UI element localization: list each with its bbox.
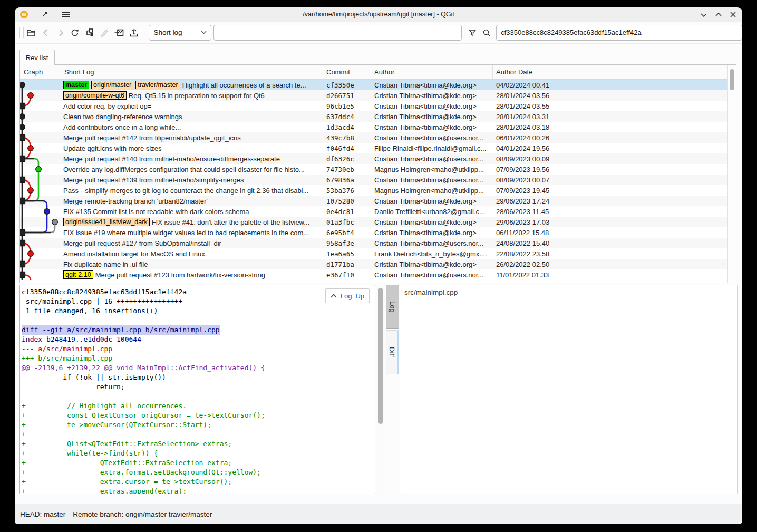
- commit-subject: Override any log.diffMerges configuratio…: [63, 166, 305, 173]
- table-row[interactable]: FIX #135 Commit list is not readable wit…: [20, 206, 727, 217]
- forward-button[interactable]: [53, 25, 68, 40]
- column-header-commit[interactable]: Commit: [323, 65, 371, 79]
- commit-hash-cell: 53ba376: [323, 187, 371, 195]
- table-row[interactable]: Merge pull request #139 from millnet-mah…: [20, 175, 727, 185]
- log-diff-pane: cf3350e88cc8c8249385efac63ddf15ac1eff42a…: [19, 285, 375, 494]
- diff-scrollbar[interactable]: [376, 285, 385, 494]
- table-row[interactable]: qgit-2.10Merge pull request #123 from ha…: [20, 269, 727, 280]
- table-row[interactable]: Add cctor req. by explicit op=96cb1e5Cri…: [20, 101, 727, 111]
- minimize-icon[interactable]: [701, 13, 707, 17]
- commit-hash-cell: 439c7b8: [323, 134, 371, 142]
- table-row[interactable]: Pass --simplify-merges to git log to cou…: [20, 185, 727, 196]
- author-cell: Danilo Treffiletti<urban82@gmail.c...: [371, 208, 493, 216]
- commit-hash-cell: 6e95bf4: [323, 229, 371, 237]
- diff-line: index b248419..e1dd0dc 100644: [22, 335, 374, 344]
- log-link[interactable]: Log: [341, 292, 352, 300]
- author-date-cell: 04/02/2024 00.41: [493, 81, 727, 89]
- short-log-cell: origin/compile-w-qt6Req. Qt5.15 in prepa…: [61, 91, 323, 100]
- table-row[interactable]: origin/issue41_listview_darkFIX issue #4…: [20, 217, 727, 227]
- diff-line: + QList<QTextEdit::ExtraSelection> extra…: [22, 439, 374, 449]
- author-cell: Cristian Tibirna<tibirna@kde.org>: [371, 113, 493, 121]
- rev-list-rows: masterorigin/mastertravier/masterHighlig…: [20, 80, 727, 280]
- commit-subject: Merge pull request #140 from millnet-mah…: [63, 155, 280, 163]
- file-list-item[interactable]: src/mainimpl.cpp: [400, 285, 737, 296]
- commit-hash-cell: df6326c: [323, 155, 371, 163]
- diff-line: +: [22, 430, 374, 439]
- author-cell: Cristian Tibirna<tibirna@kde.org>: [371, 229, 493, 237]
- diff-line: [22, 316, 374, 325]
- tab-diff-label: Diff: [388, 347, 396, 357]
- short-log-cell: Merge pull request #142 from filiperinal…: [61, 134, 323, 142]
- commit-subject: FIX issue #41: don't alter the palette o…: [152, 218, 309, 226]
- short-log-cell: origin/issue41_listview_darkFIX issue #4…: [61, 218, 323, 226]
- commit-subject: Req. Qt5.15 in preparation to support fo…: [129, 92, 265, 100]
- tab-rev-list[interactable]: Rev list: [19, 50, 55, 65]
- commit-hash-cell: 01a3fbc: [323, 218, 371, 226]
- window-title: /var/home/tim/projects/upstream/qgit [ma…: [15, 7, 742, 22]
- table-row[interactable]: origin/compile-w-qt6Req. Qt5.15 in prepa…: [20, 90, 727, 101]
- filter-icon[interactable]: [465, 25, 480, 40]
- table-row[interactable]: Merge pull request #142 from filiperinal…: [20, 132, 727, 143]
- toolbar-handle[interactable]: [19, 27, 24, 38]
- log-mode-combo[interactable]: Short log: [149, 25, 211, 41]
- tab-log[interactable]: Log: [386, 285, 399, 329]
- short-log-cell: Add contributors once in a long while...: [61, 123, 323, 131]
- diff-line: + const QTextCursor origCursor = te->tex…: [22, 411, 374, 420]
- search-input[interactable]: [213, 25, 462, 41]
- diff-scrollbar-thumb[interactable]: [378, 288, 383, 424]
- table-row[interactable]: Add contributors once in a long while...…: [20, 122, 727, 132]
- table-row[interactable]: Fix duplicate name in .ui filed1771baCri…: [20, 259, 727, 269]
- author-date-cell: 28/01/2024 03.56: [493, 92, 727, 100]
- diff-text[interactable]: cf3350e88cc8c8249385efac63ddf15ac1eff42a…: [22, 287, 374, 494]
- rev-list-scrollbar[interactable]: [728, 65, 736, 283]
- save-patch-button[interactable]: [127, 25, 141, 40]
- table-row[interactable]: Merge pull request #140 from millnet-mah…: [20, 153, 727, 164]
- diff-line: +++ b/src/mainimpl.cpp: [22, 354, 374, 363]
- table-row[interactable]: Override any log.diffMerges configuratio…: [20, 164, 727, 175]
- column-header-graph[interactable]: Graph: [20, 65, 61, 79]
- table-row[interactable]: Merge pull request #127 from SubOptimal/…: [20, 238, 727, 248]
- author-cell: Cristian Tibirna<tibirna@users.nor...: [371, 239, 493, 247]
- table-row[interactable]: Update qgit.icns with more sizesf046fd4F…: [20, 143, 727, 153]
- short-log-cell: Amend installation target for MacOS and …: [61, 250, 323, 258]
- rev-list-scrollbar-thumb[interactable]: [730, 69, 734, 90]
- back-button[interactable]: [38, 25, 53, 40]
- table-row[interactable]: Clean two dangling-reference warnings637…: [20, 111, 727, 122]
- table-row[interactable]: masterorigin/mastertravier/masterHighlig…: [20, 80, 727, 90]
- table-row[interactable]: Merge remote-tracking branch 'urban82/ma…: [20, 196, 727, 206]
- tab-diff[interactable]: Diff: [386, 330, 399, 374]
- diff-line: + extras.append(extra);: [22, 487, 374, 494]
- short-log-cell: FIX issue #19 where multiple widget valu…: [61, 229, 323, 237]
- apply-patch-button[interactable]: [112, 25, 127, 40]
- table-row[interactable]: Amend installation target for MacOS and …: [20, 248, 727, 259]
- commit-subject: Update qgit.icns with more sizes: [63, 144, 161, 152]
- diff-line: + extra.format.setBackground(Qt::yellow)…: [22, 468, 374, 477]
- file-list-pane: src/mainimpl.cpp: [400, 285, 738, 494]
- search-icon[interactable]: [479, 25, 494, 40]
- author-cell: Cristian Tibirna<tibirna@users.nor...: [371, 176, 493, 184]
- up-link[interactable]: Up: [355, 292, 364, 300]
- maximize-icon[interactable]: [715, 13, 722, 17]
- column-header-short-log[interactable]: Short Log: [61, 65, 323, 79]
- toolbar: Short log: [15, 22, 742, 44]
- short-log-cell: Merge pull request #140 from millnet-mah…: [61, 155, 323, 163]
- author-cell: Frank Dietrich<bits_n_bytes@gmx....: [371, 250, 493, 258]
- refresh-button[interactable]: [67, 25, 82, 40]
- commit-hash-cell: 1075280: [323, 197, 371, 205]
- open-repo-button[interactable]: [24, 25, 38, 40]
- short-log-cell: Add cctor req. by explicit op=: [61, 102, 323, 110]
- view-tree-button[interactable]: [82, 25, 97, 40]
- sha-input[interactable]: [496, 25, 742, 41]
- column-header-author-date[interactable]: Author Date: [493, 65, 736, 79]
- close-icon[interactable]: [730, 12, 736, 17]
- author-cell: Cristian Tibirna<tibirna@kde.org>: [371, 102, 493, 110]
- commit-subject: FIX issue #19 where multiple widget valu…: [63, 229, 309, 237]
- edit-button[interactable]: [97, 25, 112, 40]
- author-date-cell: 28/01/2024 03.55: [493, 102, 727, 110]
- commit-subject: Add cctor req. by explicit op=: [63, 102, 151, 110]
- column-header-author[interactable]: Author: [371, 65, 493, 79]
- table-row[interactable]: FIX issue #19 where multiple widget valu…: [20, 227, 727, 238]
- titlebar: W /var/home/tim/projects/upstream/qgit […: [15, 7, 742, 22]
- diff-line: + extra.cursor = te->textCursor();: [22, 477, 374, 487]
- author-date-cell: 07/09/2023 19.45: [493, 187, 727, 195]
